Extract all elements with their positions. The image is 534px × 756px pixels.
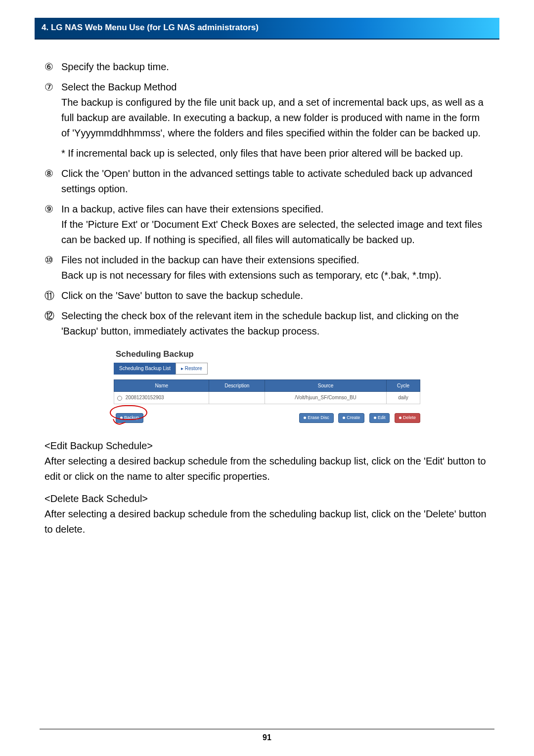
edit-button[interactable]: Edit [369,413,390,423]
step-number: ⑥ [44,59,61,75]
after-screenshot-text: <Edit Backup Schedule> After selecting a… [44,438,490,537]
step-text: Selecting the check box of the relevant … [61,308,490,339]
document-page: 4. LG NAS Web Menu Use (for LG NAS admin… [0,0,534,756]
step-number: ⑨ [44,202,61,248]
tab-label: ▸ Restore [181,366,202,371]
step-number: ⑦ [44,80,61,141]
delete-backup-heading: <Delete Back Schedul> [44,491,490,506]
cell-cycle: daily [387,392,420,404]
section-header-title: 4. LG NAS Web Menu Use (for LG NAS admin… [42,23,259,32]
dot-icon [374,417,376,419]
step-body: Files not included in the backup can hav… [61,252,490,283]
step-text: Click on the 'Save' button to save the b… [61,288,490,303]
col-source: Source [265,379,387,392]
screenshot-title: Scheduling Backup [114,348,420,361]
dot-icon [343,417,345,419]
backup-list-table: Name Description Source Cycle 2008123015… [114,379,420,404]
step-10: ⑩ Files not included in the backup can h… [44,252,490,283]
dot-icon [120,417,123,419]
cell-description [209,392,265,404]
page-number: 91 [0,733,534,742]
backup-button[interactable]: Backup [116,413,143,423]
step-9: ⑨ In a backup, active files can have the… [44,202,490,248]
table-header-row: Name Description Source Cycle [114,379,420,392]
step-text: Click the 'Open' button in the advanced … [61,166,490,197]
dot-icon [399,417,401,419]
section-header: 4. LG NAS Web Menu Use (for LG NAS admin… [35,18,499,40]
edit-backup-heading: <Edit Backup Schedule> [44,438,490,454]
cell-source: /Volt/hjuun_SF/Comnso_BU [265,392,387,404]
col-cycle: Cycle [387,379,420,392]
footer-rule [40,729,494,729]
step-11: ⑪ Click on the 'Save' button to save the… [44,288,490,303]
step-7: ⑦ Select the Backup Method The backup is… [44,80,490,141]
step-line: Back up is not necessary for files with … [61,268,490,283]
cell-name: 20081230152903 [114,392,209,404]
step-body: In a backup, active files can have their… [61,202,490,248]
step-number: ⑫ [44,308,61,339]
tab-restore[interactable]: ▸ Restore [176,363,208,375]
step-title: Select the Backup Method [61,80,490,95]
col-name: Name [114,379,209,392]
step-line: If the 'Picture Ext' or 'Document Ext' C… [61,217,490,248]
erase-disc-button[interactable]: Erase Disc [299,413,334,423]
edit-backup-body: After selecting a desired backup schedul… [44,454,490,484]
embedded-screenshot: Scheduling Backup Scheduling Backup List… [114,348,420,423]
right-button-group: Erase Disc Create Edit Delete [297,408,420,423]
screenshot-button-row: Backup Erase Disc Create Edit Delete [114,408,420,423]
step-number: ⑪ [44,288,61,303]
step-8: ⑧ Click the 'Open' button in the advance… [44,166,490,197]
step-number: ⑧ [44,166,61,197]
tab-scheduling-backup-list[interactable]: Scheduling Backup List [114,363,176,375]
step-body: Select the Backup Method The backup is c… [61,80,490,141]
step-12: ⑫ Selecting the check box of the relevan… [44,308,490,339]
dot-icon [304,417,306,419]
tab-label: Scheduling Backup List [119,366,171,371]
delete-button[interactable]: Delete [395,413,420,423]
step-line: In a backup, active files can have their… [61,202,490,217]
col-description: Description [209,379,265,392]
delete-backup-body: After selecting a desired backup schedul… [44,506,490,537]
backup-button-highlight: Backup [114,408,143,423]
step-text: Specify the backup time. [61,59,490,75]
page-content: ⑥ Specify the backup time. ⑦ Select the … [35,40,499,537]
step-7-note: * If incremental back up is selected, on… [61,146,490,161]
create-button[interactable]: Create [338,413,364,423]
step-6: ⑥ Specify the backup time. [44,59,490,75]
step-number: ⑩ [44,252,61,283]
cell-name-text: 20081230152903 [126,395,164,400]
step-description: The backup is configured by the file uni… [61,95,490,141]
table-row[interactable]: 20081230152903 /Volt/hjuun_SF/Comnso_BU … [114,392,420,404]
row-radio-icon[interactable] [117,396,122,401]
screenshot-tabs: Scheduling Backup List ▸ Restore [114,363,420,375]
step-line: Files not included in the backup can hav… [61,252,490,268]
